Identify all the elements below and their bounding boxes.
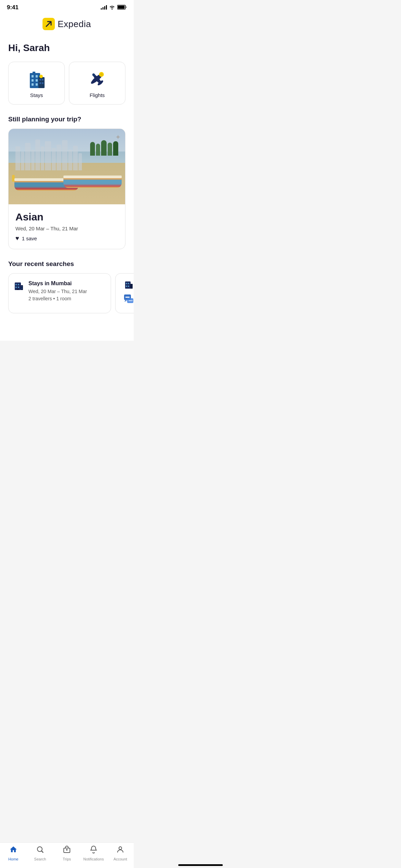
recent-searches-row: Stays in Mumbai Wed, 20 Mar – Thu, 21 Ma… (0, 273, 134, 313)
heart-icon: ♥ (15, 235, 19, 242)
svg-point-44 (132, 300, 133, 301)
svg-point-39 (127, 297, 128, 298)
svg-rect-11 (42, 79, 44, 81)
svg-rect-31 (125, 281, 131, 289)
svg-rect-34 (126, 286, 127, 287)
svg-rect-5 (32, 79, 34, 82)
svg-rect-25 (15, 287, 17, 288)
search-card-title: Stays in Mumbai (28, 280, 87, 287)
partial-card[interactable] (115, 273, 134, 313)
status-icons (101, 5, 127, 11)
svg-rect-14 (33, 72, 35, 74)
search-card-text: Stays in Mumbai Wed, 20 Mar – Thu, 21 Ma… (28, 280, 87, 302)
svg-rect-28 (22, 286, 23, 287)
stays-icon (28, 70, 45, 88)
svg-rect-23 (15, 284, 17, 285)
trip-destination: Asian (15, 211, 118, 223)
status-time: 9:41 (7, 4, 19, 11)
planning-title: Still planning your trip? (0, 113, 134, 129)
flights-card[interactable]: Flights (69, 62, 125, 105)
recent-title: Your recent searches (0, 257, 134, 273)
svg-point-38 (125, 297, 127, 298)
category-grid: Stays (0, 59, 134, 113)
svg-rect-10 (39, 79, 41, 81)
trip-saves: ♥ 1 save (15, 235, 118, 242)
flights-label: Flights (89, 92, 105, 98)
search-card-dates: Wed, 20 Mar – Thu, 21 Mar (28, 288, 87, 295)
trip-card[interactable]: ✦ Asian Wed, 20 Mar – Thu, 21 Mar ♥ 1 sa… (8, 129, 125, 249)
greeting-section: Hi, Sarah (0, 36, 134, 59)
status-bar: 9:41 (0, 0, 134, 14)
scroll-area: Expedia Hi, Sarah (0, 14, 134, 341)
svg-point-15 (39, 75, 43, 78)
save-star-icon[interactable]: ✦ (115, 133, 121, 141)
logo-container: Expedia (42, 18, 91, 30)
svg-rect-33 (128, 283, 129, 284)
trip-dates: Wed, 20 Mar – Thu, 21 Mar (15, 226, 118, 231)
svg-rect-32 (126, 283, 127, 284)
svg-rect-12 (39, 82, 41, 84)
svg-rect-29 (22, 288, 23, 289)
trip-image: ✦ (9, 129, 125, 204)
trip-info: Asian Wed, 20 Mar – Thu, 21 Mar ♥ 1 save (9, 204, 125, 249)
chat-support-icon (124, 294, 134, 306)
search-card-detail: 2 travellers • 1 room (28, 295, 87, 302)
svg-rect-30 (17, 289, 19, 290)
svg-rect-1 (118, 5, 125, 9)
svg-rect-7 (32, 83, 34, 86)
svg-rect-4 (36, 75, 38, 77)
logo-icon (42, 18, 55, 30)
flights-icon (88, 70, 107, 88)
svg-point-40 (128, 297, 130, 298)
svg-point-43 (130, 300, 131, 301)
stays-card[interactable]: Stays (8, 62, 65, 105)
svg-rect-6 (36, 79, 38, 82)
logo-text: Expedia (58, 19, 91, 29)
hotel-partial-icon (124, 280, 133, 291)
signal-icon (101, 5, 107, 10)
stays-label: Stays (30, 92, 43, 98)
svg-rect-8 (36, 83, 38, 86)
svg-rect-9 (38, 77, 45, 88)
svg-point-21 (100, 73, 103, 76)
svg-rect-35 (128, 286, 129, 287)
wifi-icon (109, 5, 115, 11)
battery-icon (117, 5, 127, 11)
svg-rect-27 (21, 285, 23, 290)
svg-rect-24 (18, 284, 19, 285)
search-card-mumbai[interactable]: Stays in Mumbai Wed, 20 Mar – Thu, 21 Ma… (8, 273, 111, 313)
svg-point-42 (129, 300, 130, 301)
hotel-search-icon (14, 281, 24, 293)
svg-rect-36 (130, 284, 133, 289)
svg-rect-3 (32, 75, 34, 77)
svg-rect-26 (18, 287, 19, 288)
svg-rect-13 (42, 82, 44, 84)
app-header: Expedia (0, 14, 134, 36)
greeting-text: Hi, Sarah (8, 43, 125, 53)
saves-count: 1 save (22, 236, 37, 241)
